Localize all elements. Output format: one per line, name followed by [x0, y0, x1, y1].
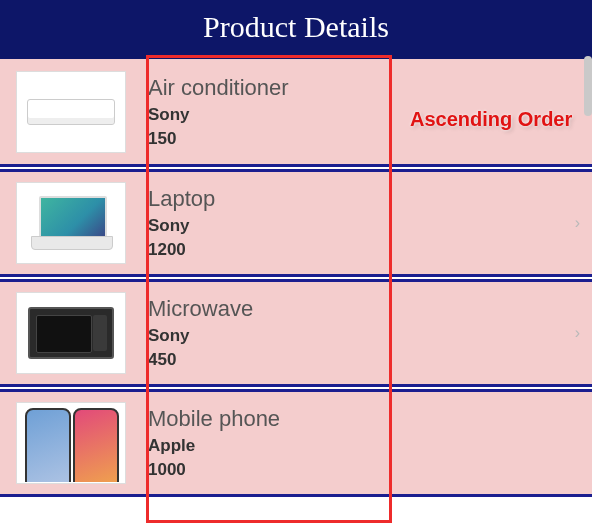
air-conditioner-icon — [27, 99, 115, 125]
product-price: 1200 — [148, 240, 575, 260]
product-thumbnail — [16, 182, 126, 264]
product-name: Laptop — [148, 186, 575, 212]
product-thumbnail — [16, 292, 126, 374]
product-info: Laptop Sony 1200 — [126, 186, 575, 260]
product-thumbnail — [16, 71, 126, 153]
laptop-icon — [31, 196, 111, 250]
product-name: Microwave — [148, 296, 575, 322]
mobile-phone-icon — [21, 404, 121, 482]
product-price: 1000 — [148, 460, 586, 480]
product-info: Mobile phone Apple 1000 — [126, 406, 586, 480]
product-name: Air conditioner — [148, 75, 586, 101]
microwave-icon — [28, 307, 114, 359]
chevron-right-icon: › — [575, 214, 586, 232]
product-brand: Apple — [148, 436, 586, 456]
product-info: Microwave Sony 450 — [126, 296, 575, 370]
list-item[interactable]: Mobile phone Apple 1000 — [0, 389, 592, 497]
product-price: 450 — [148, 350, 575, 370]
list-item[interactable]: Microwave Sony 450 › — [0, 279, 592, 387]
chevron-right-icon: › — [575, 324, 586, 342]
product-thumbnail — [16, 402, 126, 484]
product-name: Mobile phone — [148, 406, 586, 432]
product-price: 150 — [148, 129, 586, 149]
list-item[interactable]: Laptop Sony 1200 › — [0, 169, 592, 277]
annotation-label: Ascending Order — [410, 108, 572, 131]
page-title: Product Details — [0, 0, 592, 59]
product-brand: Sony — [148, 326, 575, 346]
scrollbar-thumb[interactable] — [584, 56, 592, 116]
product-brand: Sony — [148, 216, 575, 236]
